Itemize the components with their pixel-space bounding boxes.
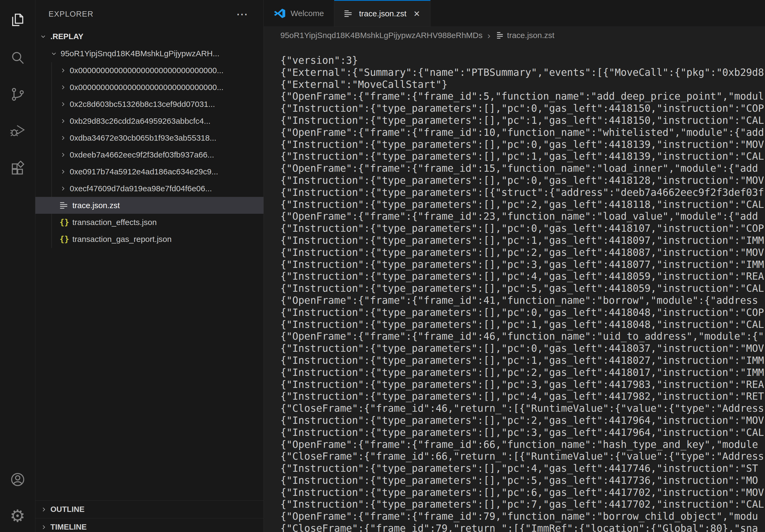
chevron-right-icon xyxy=(58,167,68,176)
run-debug-icon[interactable] xyxy=(0,120,35,141)
tree-folder-row[interactable]: 95oR1YipjSnqd18K4BMshkLgPijypwzARH... xyxy=(35,45,264,62)
chevron-right-icon xyxy=(58,184,68,193)
code-line: {"Instruction":{"type_parameters":[],"pc… xyxy=(280,427,765,439)
code-line: {"External":"MoveCallStart"} xyxy=(280,79,765,91)
code-line: {"Instruction":{"type_parameters":[],"pc… xyxy=(280,391,765,402)
tree-item-label: 0xdba34672e30cb065b1f93e3ab55318... xyxy=(70,133,216,142)
tree-folder-row[interactable]: 0x0000000000000000000000000000000... xyxy=(35,79,264,96)
breadcrumb-separator: › xyxy=(487,30,490,41)
tree-item-label: 0x0000000000000000000000000000000... xyxy=(70,83,224,92)
tree-folder-row[interactable]: 0xb29d83c26cdd2a64959263abbcfc4... xyxy=(35,113,264,130)
code-line: {"Instruction":{"type_parameters":[],"pc… xyxy=(280,223,765,235)
code-line: {"Instruction":{"type_parameters":[],"pc… xyxy=(280,199,765,211)
tree-item-label: 0xdeeb7a4662eec9f2f3def03fb937a66... xyxy=(70,150,214,159)
code-line: {"Instruction":{"type_parameters":[],"pc… xyxy=(280,415,765,427)
code-line: {"OpenFrame":{"frame":{"frame_id":15,"fu… xyxy=(280,162,765,175)
chevron-right-icon xyxy=(58,150,68,159)
outline-label: OUTLINE xyxy=(50,505,84,514)
breadcrumb: 95oR1YipjSnqd18K4BMshkLgPijypwzARHV988eR… xyxy=(264,27,765,44)
code-line: {"OpenFrame":{"frame":{"frame_id":46,"fu… xyxy=(280,331,765,343)
breadcrumb-file[interactable]: trace.json.zst xyxy=(507,31,554,40)
code-line: {"OpenFrame":{"frame":{"frame_id":10,"fu… xyxy=(280,127,765,139)
activity-bar: ⚙ xyxy=(0,0,35,532)
vscode-window: ⚙ EXPLORER ⋯ .REPLAY 95oR1YipjSnqd18K4BM… xyxy=(0,0,765,532)
close-icon[interactable]: ✕ xyxy=(413,9,420,19)
tree-file-row[interactable]: trace.json.zst xyxy=(35,197,264,214)
tree-item-label: transaction_effects.json xyxy=(72,218,157,227)
more-actions-icon[interactable]: ⋯ xyxy=(236,6,248,22)
tree-folder-row[interactable]: 0xdeeb7a4662eec9f2f3def03fb937a66... xyxy=(35,146,264,163)
tree-item-label: 0x0000000000000000000000000000000... xyxy=(70,66,224,75)
timeline-label: TIMELINE xyxy=(50,523,87,531)
tree-folder-row[interactable]: 0x0000000000000000000000000000000... xyxy=(35,62,264,79)
tree-item-label: trace.json.zst xyxy=(72,201,120,210)
chevron-right-icon xyxy=(58,66,68,75)
code-line: {"Instruction":{"type_parameters":[],"pc… xyxy=(280,367,765,379)
chevron-right-icon xyxy=(39,505,48,514)
code-line: {"Instruction":{"type_parameters":[{"str… xyxy=(280,187,765,199)
chevron-right-icon xyxy=(58,117,68,126)
code-line: {"CloseFrame":{"frame_id":46,"return_":[… xyxy=(280,402,765,415)
code-line: {"Instruction":{"type_parameters":[],"pc… xyxy=(280,150,765,162)
tree-item-label: 0xecf47609d7da919ea98e7fd04f6e06... xyxy=(70,184,212,193)
source-control-icon[interactable] xyxy=(0,84,35,105)
editor-content[interactable]: {"version":3}{"External":{"Summary":{"na… xyxy=(264,44,765,532)
code-line: {"OpenFrame":{"frame":{"frame_id":41,"fu… xyxy=(280,295,765,307)
file-lines-icon xyxy=(58,202,70,209)
code-line: {"Instruction":{"type_parameters":[],"pc… xyxy=(280,247,765,259)
code-line: {"OpenFrame":{"frame":{"frame_id":23,"fu… xyxy=(280,210,765,223)
tree-folder-row[interactable]: 0xdba34672e30cb065b1f93e3ab55318... xyxy=(35,130,264,146)
sidebar-section-outline[interactable]: OUTLINE xyxy=(35,500,264,518)
chevron-right-icon xyxy=(58,133,68,142)
code-line: {"Instruction":{"type_parameters":[],"pc… xyxy=(280,355,765,367)
explorer-sidebar: EXPLORER ⋯ .REPLAY 95oR1YipjSnqd18K4BMsh… xyxy=(35,0,264,532)
json-file-icon: {} xyxy=(58,217,70,227)
tree-folder-row[interactable]: 0xecf47609d7da919ea98e7fd04f6e06... xyxy=(35,180,264,197)
code-line: {"Instruction":{"type_parameters":[],"pc… xyxy=(280,283,765,295)
tree-item-label: 95oR1YipjSnqd18K4BMshkLgPijypwzARH... xyxy=(61,49,220,58)
code-line: {"Instruction":{"type_parameters":[],"pc… xyxy=(280,379,765,391)
code-line: {"OpenFrame":{"frame":{"frame_id":79,"fu… xyxy=(280,511,765,523)
file-tree: 95oR1YipjSnqd18K4BMshkLgPijypwzARH...0x0… xyxy=(35,45,264,247)
json-file-icon: {} xyxy=(58,234,70,244)
tree-file-row[interactable]: {}transaction_gas_report.json xyxy=(35,231,264,247)
code-line: {"OpenFrame":{"frame":{"frame_id":66,"fu… xyxy=(280,439,765,451)
code-line: {"Instruction":{"type_parameters":[],"pc… xyxy=(280,319,765,331)
file-lines-icon xyxy=(345,10,354,17)
chevron-right-icon xyxy=(39,523,48,532)
settings-gear-icon[interactable]: ⚙ xyxy=(0,505,35,527)
code-line: {"OpenFrame":{"frame":{"frame_id":5,"fun… xyxy=(280,91,765,103)
tree-item-label: transaction_gas_report.json xyxy=(72,235,172,244)
code-line: {"Instruction":{"type_parameters":[],"pc… xyxy=(280,259,765,271)
code-line: {"Instruction":{"type_parameters":[],"pc… xyxy=(280,343,765,355)
search-icon[interactable] xyxy=(0,47,35,69)
chevron-right-icon xyxy=(58,100,68,109)
chevron-down-icon xyxy=(49,49,58,58)
code-line: {"CloseFrame":{"frame_id":79,"return_":[… xyxy=(280,523,765,532)
sidebar-header: EXPLORER ⋯ xyxy=(35,6,264,22)
sidebar-item-replay-root[interactable]: .REPLAY xyxy=(35,28,264,45)
code-line: {"Instruction":{"type_parameters":[],"pc… xyxy=(280,103,765,115)
tree-item-label: 0xe0917b74a5912e4ad186ac634e29c9... xyxy=(70,167,218,176)
code-line: {"CloseFrame":{"frame_id":66,"return_":[… xyxy=(280,450,765,463)
explorer-icon[interactable] xyxy=(0,9,35,31)
code-line: {"External":{"Summary":{"name":"PTBSumma… xyxy=(280,67,765,79)
vscode-logo-icon xyxy=(274,8,285,19)
tree-file-row[interactable]: {}transaction_effects.json xyxy=(35,214,264,231)
tree-folder-row[interactable]: 0x2c8d603bc51326b8c13cef9dd07031... xyxy=(35,96,264,113)
code-line: {"version":3} xyxy=(280,55,765,67)
account-icon[interactable] xyxy=(0,469,35,490)
tab-label: trace.json.zst xyxy=(359,9,406,18)
extensions-icon[interactable] xyxy=(0,158,35,179)
breadcrumb-folder[interactable]: 95oR1YipjSnqd18K4BMshkLgPijypwzARHV988eR… xyxy=(280,31,482,40)
code-line: {"Instruction":{"type_parameters":[],"pc… xyxy=(280,498,765,511)
tab-welcome[interactable]: Welcome xyxy=(264,0,334,27)
tree-folder-row[interactable]: 0xe0917b74a5912e4ad186ac634e29c9... xyxy=(35,163,264,180)
chevron-down-icon xyxy=(39,32,48,41)
code-line: {"Instruction":{"type_parameters":[],"pc… xyxy=(280,271,765,283)
sidebar-section-timeline[interactable]: TIMELINE xyxy=(35,518,264,532)
tab-trace-json-zst[interactable]: trace.json.zst✕ xyxy=(334,0,430,27)
tree-item-label: 0x2c8d603bc51326b8c13cef9dd07031... xyxy=(70,100,215,109)
code-line: {"Instruction":{"type_parameters":[],"pc… xyxy=(280,115,765,127)
root-folder-label: .REPLAY xyxy=(50,32,83,41)
